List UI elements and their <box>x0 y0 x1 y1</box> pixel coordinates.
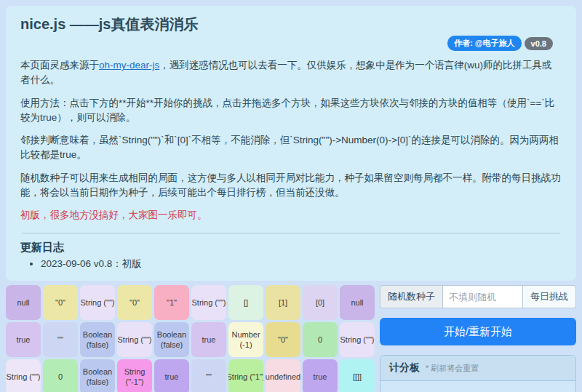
board-cell[interactable]: "0" <box>266 322 300 357</box>
board-cell[interactable]: [1] <box>266 285 300 320</box>
intro-p1-before: 本页面灵感来源于 <box>20 60 99 71</box>
board-cell[interactable]: String ("") <box>117 322 152 357</box>
changelog-heading: 更新日志 <box>20 241 566 255</box>
board-cell[interactable]: undefined <box>266 359 300 392</box>
seed-input[interactable] <box>442 285 523 308</box>
board-cell[interactable]: true <box>303 359 338 392</box>
sidebar: 随机数种子 每日挑战 开始/重新开始 计分板 * 刷新将会重置 当前得分： 0 … <box>380 285 576 392</box>
version-badge: v0.8 <box>525 37 553 50</box>
intro-panel: nice.js ——js真值表消消乐 作者: @电子旅人v0.8 本页面灵感来源… <box>6 6 576 281</box>
board-cell[interactable]: [0] <box>303 285 338 320</box>
daily-challenge-button[interactable]: 每日挑战 <box>523 285 576 308</box>
intro-paragraph-1: 本页面灵感来源于oh-my-dear-js，遇到迷惑情况也可以去看一下。仅供娱乐… <box>20 58 562 88</box>
board-cell[interactable]: Boolean (false) <box>154 322 189 357</box>
board-cell[interactable]: Number (-1) <box>228 322 263 357</box>
intro-text: 本页面灵感来源于oh-my-dear-js，遇到迷惑情况也可以去看一下。仅供娱乐… <box>16 58 566 223</box>
board-cell[interactable]: true <box>191 322 226 357</box>
intro-paragraph-4: 随机数种子可以用来生成相同的局面，这方便与多人以相同开局对比能力，种子如果留空则… <box>20 171 562 201</box>
board-cell[interactable]: [[]] <box>340 359 375 392</box>
scoreboard-header: 计分板 * 刷新将会重置 <box>380 356 575 381</box>
page-title: nice.js ——js真值表消消乐 <box>20 15 566 34</box>
changelog-entry: 2023-09-06 v0.8：初版 <box>41 257 566 271</box>
board-cell[interactable]: String ("") <box>191 285 226 320</box>
seed-label: 随机数种子 <box>380 285 442 308</box>
board-cell[interactable]: "0" <box>117 285 152 320</box>
board-cell[interactable]: "" <box>43 322 78 357</box>
board-cell[interactable]: String ("") <box>80 285 115 320</box>
scoreboard-body: 当前得分： 0 最高得分： 0 <box>380 381 575 392</box>
board-cell[interactable]: true <box>6 322 41 357</box>
seed-input-group: 随机数种子 每日挑战 <box>380 285 576 308</box>
scoreboard-title: 计分板 <box>389 361 420 373</box>
board-cell[interactable]: null <box>6 285 41 320</box>
board-cell[interactable]: true <box>154 359 189 392</box>
board-cell[interactable]: [] <box>228 285 263 320</box>
board-cell[interactable]: "1" <box>154 285 189 320</box>
divider <box>22 233 560 233</box>
board-cell[interactable]: Boolean (false) <box>80 359 115 392</box>
scoreboard-reset-note: * 刷新将会重置 <box>426 364 479 372</box>
intro-paragraph-2: 使用方法：点击下方的**开始**开始你的挑战，点击并拖选多个方块，如果这些方块依… <box>20 96 562 126</box>
board-cell[interactable]: String ("1") <box>228 359 263 392</box>
start-restart-button[interactable]: 开始/重新开始 <box>380 318 576 345</box>
scoreboard-card: 计分板 * 刷新将会重置 当前得分： 0 最高得分： 0 <box>380 355 576 392</box>
board-cell[interactable]: String ("-1") <box>117 359 152 392</box>
board-cell[interactable]: "" <box>191 359 226 392</box>
board-cell[interactable]: String ("") <box>6 359 41 392</box>
board-cell[interactable]: 0 <box>303 322 338 357</box>
oh-my-dear-js-link[interactable]: oh-my-dear-js <box>99 60 159 71</box>
author-badge: 作者: @电子旅人 <box>447 36 521 51</box>
game-board: null"0"String ("")"0""1"String ("")[][1]… <box>6 285 375 392</box>
intro-paragraph-3: 邻接判断意味着，虽然`String("")`和`[0]`不相等，不能消除，但`S… <box>20 133 562 163</box>
main-area: null"0"String ("")"0""1"String ("")[][1]… <box>6 285 576 392</box>
board-cell[interactable]: 0 <box>43 359 78 392</box>
board-cell[interactable]: null <box>340 285 375 320</box>
initial-version-note: 初版，很多地方没搞好，大家图一乐即可。 <box>20 208 562 223</box>
board-cell[interactable]: Boolean (false) <box>80 322 115 357</box>
changelog-list: 2023-09-06 v0.8：初版 <box>16 257 566 271</box>
board-cell[interactable]: "0" <box>43 285 78 320</box>
badge-row: 作者: @电子旅人v0.8 <box>16 36 553 50</box>
board-cell[interactable]: String ("") <box>340 322 375 357</box>
